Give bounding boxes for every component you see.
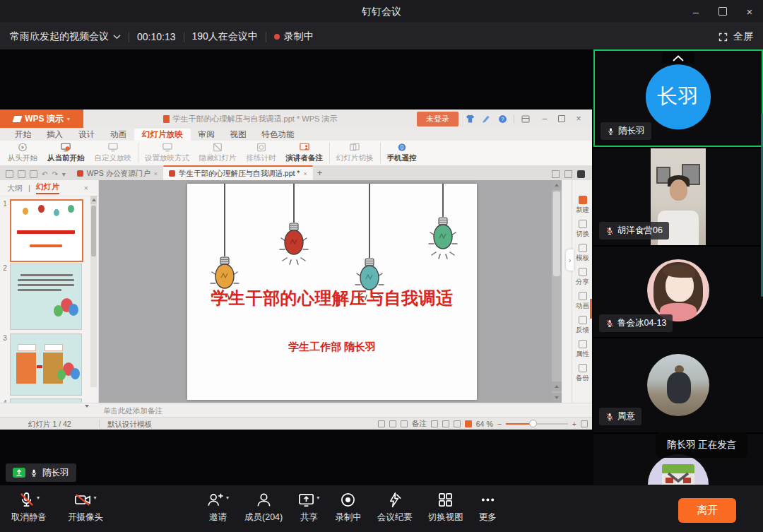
zoom-in-button[interactable]: + xyxy=(572,420,576,428)
share-screen-button[interactable]: ▾ 共享 xyxy=(298,492,319,524)
caret-down-icon[interactable]: ▾ xyxy=(37,495,40,501)
zoom-slider-knob[interactable] xyxy=(529,420,537,427)
slide-scrollbar[interactable] xyxy=(552,180,562,403)
reading-view-icon[interactable] xyxy=(401,420,408,427)
scroll-up-button[interactable] xyxy=(552,180,562,190)
tab-outline[interactable]: 大纲 xyxy=(7,183,23,194)
wps-app-tab[interactable]: WPS 演示 ▾ xyxy=(0,110,83,128)
notes-placeholder[interactable]: 单击此处添加备注 xyxy=(103,406,162,416)
fit-view-icon[interactable] xyxy=(454,420,461,427)
caret-down-icon[interactable]: ▾ xyxy=(226,495,229,501)
caret-down-icon[interactable]: ▾ xyxy=(93,495,96,501)
wps-maximize-button[interactable] xyxy=(554,112,569,126)
doc-tab-home[interactable]: WPS 办公资源门户 × xyxy=(71,167,163,180)
slide-sorter-icon[interactable] xyxy=(389,420,396,427)
wps-login-button[interactable]: 未登录 xyxy=(417,112,459,126)
preview-icon[interactable] xyxy=(30,170,37,178)
arrange-icon[interactable] xyxy=(564,170,572,178)
doc-tab-current-file[interactable]: 学生干部的心理解压与自我调适.ppt * × xyxy=(163,165,313,180)
zoom-out-button[interactable]: − xyxy=(497,420,502,428)
skin-icon[interactable] xyxy=(465,114,475,124)
next-slide-button[interactable] xyxy=(552,393,562,403)
participant-tile-1[interactable]: 长羽 隋长羽 xyxy=(593,49,763,147)
close-tab-icon[interactable]: × xyxy=(303,170,307,177)
menu-tab-start[interactable]: 开始 xyxy=(7,129,39,141)
layout-icon[interactable] xyxy=(552,170,560,178)
outline-view-icon[interactable] xyxy=(431,420,438,427)
side-item-animation[interactable]: 动画 xyxy=(572,292,593,311)
unmute-button[interactable]: ▾ 取消静音 xyxy=(11,492,47,524)
attendee-count[interactable]: 190人在会议中 xyxy=(192,30,258,43)
participant-tile-4[interactable]: 周意 xyxy=(593,338,763,432)
minimize-button[interactable]: – xyxy=(682,0,709,23)
menu-tab-animation[interactable]: 动画 xyxy=(102,129,134,141)
slide-thumbnail-3[interactable]: 3 xyxy=(0,333,82,396)
normal-view-icon[interactable] xyxy=(378,420,385,427)
ribbon-custom-show[interactable]: 自定义放映 xyxy=(90,141,137,165)
redo-icon[interactable]: ↷ xyxy=(52,170,57,178)
zoom-slider[interactable] xyxy=(506,423,568,425)
brush-icon[interactable] xyxy=(481,114,491,124)
save-icon[interactable] xyxy=(6,170,13,178)
participant-tile-2[interactable]: 胡洋食营06 xyxy=(593,148,763,245)
ribbon-collapse-icon[interactable] xyxy=(521,114,531,124)
leave-meeting-button[interactable]: 离开 xyxy=(678,498,736,523)
side-item-properties[interactable]: 属性 xyxy=(572,340,593,359)
recording-button[interactable]: 录制中 xyxy=(335,492,362,524)
ribbon-hide-slide[interactable]: 隐藏幻灯片 xyxy=(194,141,242,165)
menu-tab-view[interactable]: 视图 xyxy=(223,129,254,141)
new-tab-button[interactable]: + xyxy=(313,167,329,180)
scrollbar-thumb[interactable] xyxy=(553,191,560,276)
collapse-videos-button[interactable] xyxy=(662,52,694,64)
invite-button[interactable]: ▾ 邀请 xyxy=(207,492,229,524)
scroll-up-button[interactable] xyxy=(90,196,97,204)
slide-thumbnail-2[interactable]: 2 xyxy=(0,264,82,330)
side-item-new[interactable]: 新建 xyxy=(572,196,593,215)
wps-close-button[interactable]: × xyxy=(571,112,586,126)
notes-toggle[interactable]: 备注 xyxy=(412,419,427,429)
menu-tab-features[interactable]: 特色功能 xyxy=(254,129,302,141)
play-slideshow-icon[interactable] xyxy=(465,420,472,427)
menu-tab-design[interactable]: 设计 xyxy=(71,129,102,141)
template-name[interactable]: 默认设计模板 xyxy=(107,420,152,430)
side-item-share[interactable]: 分享 xyxy=(572,268,593,287)
help-icon[interactable]: ? xyxy=(497,114,507,124)
undo-icon[interactable]: ↶ xyxy=(42,170,47,178)
participant-tile-3[interactable]: 鲁会冰04-13 xyxy=(593,247,763,337)
ribbon-slide-transition[interactable]: 幻灯片切换 xyxy=(331,141,379,165)
wps-minimize-button[interactable]: – xyxy=(537,112,552,126)
ribbon-play-from-current[interactable]: 从当前开始 xyxy=(42,141,90,165)
chevron-down-icon[interactable] xyxy=(666,472,690,485)
side-item-feedback[interactable]: 反馈 xyxy=(572,316,593,335)
fit-slide-icon[interactable] xyxy=(581,420,588,427)
previous-slide-button[interactable] xyxy=(552,382,562,391)
side-item-template[interactable]: 模板 xyxy=(572,244,593,263)
print-icon[interactable] xyxy=(18,170,25,178)
side-item-backup[interactable]: 备份 xyxy=(572,364,593,383)
thumbnail-scrollbar[interactable] xyxy=(90,196,97,387)
menu-tab-review[interactable]: 审阅 xyxy=(191,129,223,141)
caret-down-icon[interactable]: ▾ xyxy=(317,495,319,501)
tab-slides[interactable]: 幻灯片 xyxy=(36,182,59,194)
close-panel-icon[interactable]: × xyxy=(84,184,88,192)
menu-tab-slideshow[interactable]: 幻灯片放映 xyxy=(134,129,191,141)
assistant-icon[interactable] xyxy=(577,170,585,178)
meeting-minutes-button[interactable]: 会议纪要 xyxy=(377,492,413,524)
side-item-switch[interactable]: 切换 xyxy=(572,220,593,239)
close-button[interactable]: × xyxy=(736,0,763,23)
fullscreen-button[interactable]: 全屏 xyxy=(718,23,753,50)
ribbon-rehearse-timing[interactable]: 排练计时 xyxy=(242,141,281,165)
ribbon-play-from-start[interactable]: 从头开始 xyxy=(3,141,42,165)
ribbon-presenter-notes[interactable]: 演讲者备注 xyxy=(281,141,329,165)
scrollbar-thumb[interactable] xyxy=(91,206,96,256)
camera-on-button[interactable]: ▾ 开摄像头 xyxy=(68,492,103,524)
more-button[interactable]: 更多 xyxy=(479,492,497,524)
ribbon-setup-show[interactable]: 设置放映方式 xyxy=(140,141,194,165)
close-tab-icon[interactable]: × xyxy=(154,170,158,177)
maximize-button[interactable] xyxy=(709,0,736,23)
current-slide[interactable]: 学生干部的心理解压与自我调适 学生工作部 隋长羽 xyxy=(187,184,477,400)
menu-tab-insert[interactable]: 插入 xyxy=(39,129,71,141)
collapse-panel-icon[interactable] xyxy=(85,408,89,416)
notes-bar[interactable]: 单击此处添加备注 xyxy=(0,403,592,417)
caret-down-icon[interactable]: ▾ xyxy=(62,170,66,178)
